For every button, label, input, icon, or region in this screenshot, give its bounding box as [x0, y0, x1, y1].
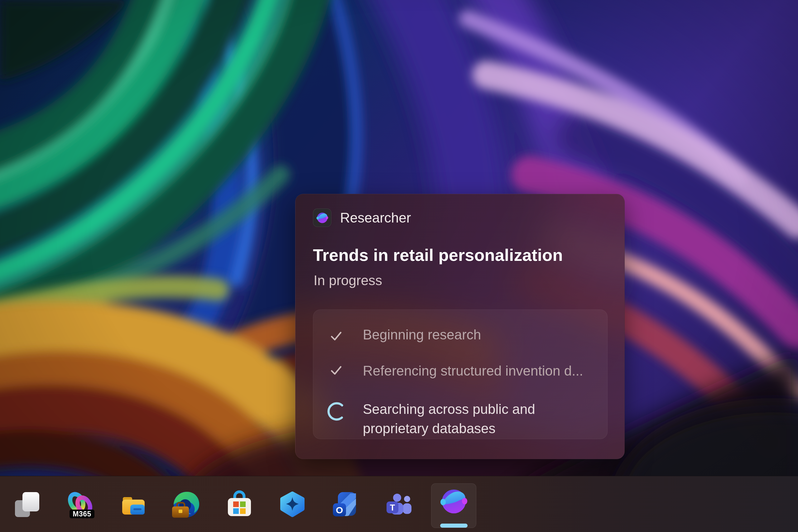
windows-copilot-icon[interactable]	[278, 490, 307, 519]
check-icon	[329, 363, 343, 377]
app-name: Researcher	[340, 209, 411, 227]
researcher-app-icon	[313, 209, 331, 227]
teams-letter: T	[390, 503, 395, 512]
m365-badge: M365	[70, 510, 94, 518]
check-icon	[329, 329, 343, 342]
step-label: Beginning research	[363, 326, 481, 343]
spinner-icon	[327, 401, 347, 421]
edge-work-profile-icon[interactable]	[172, 490, 201, 519]
file-explorer-icon[interactable]	[119, 490, 148, 519]
desktop: Researcher Trends in retail personalizat…	[0, 0, 798, 532]
step-label: Referencing structured invention d...	[363, 362, 583, 380]
researcher-progress-card[interactable]: Researcher Trends in retail personalizat…	[295, 194, 625, 459]
step-label: Searching across public and proprietary …	[363, 400, 593, 438]
teams-icon[interactable]: T	[384, 490, 413, 519]
progress-steps-panel: Beginning research Referencing structure…	[313, 309, 608, 439]
microsoft-store-icon[interactable]	[225, 490, 254, 519]
task-view-icon[interactable]	[13, 490, 42, 519]
status-text: In progress	[314, 273, 382, 288]
m365-copilot-icon[interactable]: M365	[66, 490, 95, 519]
researcher-icon	[439, 487, 468, 516]
outlook-letter: O	[336, 505, 343, 515]
researcher-taskbar-button[interactable]	[431, 483, 476, 528]
outlook-icon[interactable]: O	[331, 490, 360, 519]
active-indicator	[440, 524, 468, 528]
card-header: Researcher	[313, 209, 411, 227]
taskbar: M365	[0, 476, 798, 532]
research-task-title: Trends in retail personalization	[313, 245, 563, 265]
